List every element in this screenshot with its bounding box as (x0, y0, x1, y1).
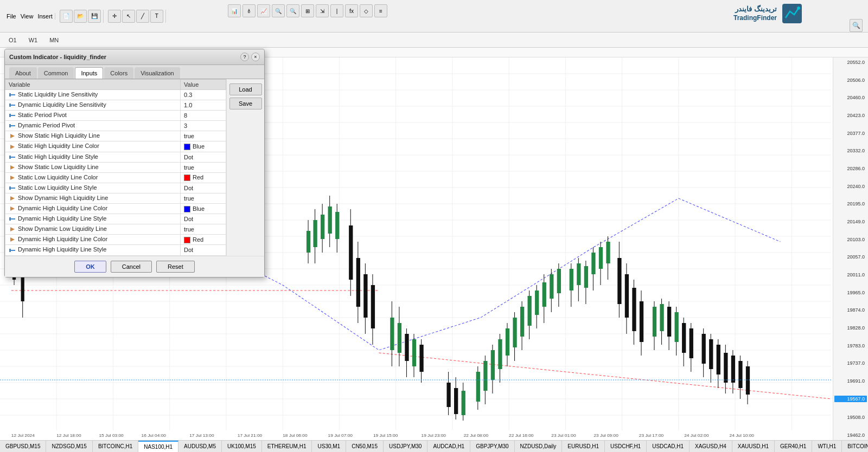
templates-btn[interactable]: ≡ (374, 4, 387, 17)
insert-menu[interactable]: Insert (37, 13, 53, 20)
row-variable-9: Static Low Liquidity Line Style (5, 183, 181, 193)
tab-ethereum[interactable]: ETHEREUM,H1 (262, 441, 312, 452)
tab-wti[interactable]: WTI,H1 (812, 441, 842, 452)
open-btn[interactable]: 📂 (74, 10, 87, 23)
table-row[interactable]: Dynamic High Liquidity Line StyleDot (5, 245, 226, 255)
tab-usdcad[interactable]: USDCAD,H1 (647, 441, 690, 452)
row-value-14[interactable]: Red (181, 235, 226, 245)
cursor-btn[interactable]: ↖ (122, 10, 135, 23)
period-sep-btn[interactable]: | (330, 4, 343, 17)
reset-btn[interactable]: Reset (156, 261, 195, 273)
tab-bitcoin2[interactable]: BITCOIN,H1 (842, 441, 868, 452)
file-menu[interactable]: File (7, 13, 16, 20)
table-row[interactable]: Show Dynamic High Liquidity Linetrue (5, 193, 226, 203)
row-value-2[interactable]: 8 (181, 111, 226, 121)
row-value-3[interactable]: 3 (181, 121, 226, 131)
tab-uk100[interactable]: UK100,M15 (222, 441, 262, 452)
dialog-close-btn[interactable]: × (251, 53, 260, 61)
tab-cn50[interactable]: CN50,M15 (346, 441, 384, 452)
table-row[interactable]: Static High Liquidity Line StyleDot (5, 152, 226, 162)
timeframe-w1[interactable]: W1 (24, 36, 42, 44)
table-row[interactable]: Dynamic High Liquidity Line ColorBlue (5, 204, 226, 214)
svg-rect-130 (675, 312, 679, 342)
row-value-9[interactable]: Dot (181, 183, 226, 193)
text-btn[interactable]: T (150, 10, 163, 23)
table-row[interactable]: Static Liquidity Line Sensitivity0.3 (5, 90, 226, 100)
table-row[interactable]: Show Static High Liquidity Linetrue (5, 131, 226, 141)
line-btn[interactable]: ╱ (136, 10, 149, 23)
tab-gbpjpy[interactable]: GBPJPY,M30 (470, 441, 514, 452)
row-value-13[interactable]: true (181, 224, 226, 235)
table-row[interactable]: Show Static Low Liquidity Linetrue (5, 162, 226, 172)
row-value-5[interactable]: Blue (181, 141, 226, 152)
row-value-8[interactable]: Red (181, 172, 226, 183)
tab-nzdusd[interactable]: NZDUSD,Daily (515, 441, 563, 452)
autoscale-btn[interactable]: ⇲ (316, 4, 329, 17)
timeframe-mn[interactable]: MN (45, 36, 63, 44)
dialog-body: Variable Value Static Liquidity Line Sen… (5, 79, 264, 256)
timeframe-o1[interactable]: O1 (4, 36, 21, 44)
table-row[interactable]: Dynamic High Liquidity Line StyleDot (5, 214, 226, 224)
table-row[interactable]: Static Low Liquidity Line ColorRed (5, 172, 226, 183)
row-value-15[interactable]: Dot (181, 245, 226, 255)
tab-usdjpy[interactable]: USDJPY,M30 (384, 441, 427, 452)
view-menu[interactable]: View (21, 13, 34, 20)
load-btn[interactable]: Load (229, 83, 262, 95)
table-row[interactable]: Dynamic Liquidity Line Sensitivity1.0 (5, 100, 226, 111)
table-row[interactable]: Show Dynamic Low Liquidity Linetrue (5, 224, 226, 235)
tab-eurusd[interactable]: EURUSD,H1 (562, 441, 605, 452)
crosshair-btn[interactable]: ✛ (108, 10, 121, 23)
cancel-btn[interactable]: Cancel (111, 261, 152, 273)
indicators-btn[interactable]: fx (345, 4, 358, 17)
table-row[interactable]: Static Period Pivot8 (5, 111, 226, 121)
zoom-in-btn[interactable]: 🔍 (286, 4, 299, 17)
row-variable-6: Static High Liquidity Line Style (5, 152, 181, 162)
new-chart-btn[interactable]: 📄 (60, 10, 73, 23)
row-icon-13 (9, 225, 18, 232)
tab-bitcoin[interactable]: BITCOINC,H1 (93, 441, 138, 452)
svg-text:24 Jul 10:00: 24 Jul 10:00 (730, 433, 755, 438)
price-19691: 19691.0 (834, 378, 867, 384)
table-row[interactable]: Dynamic High Liquidity Line ColorRed (5, 235, 226, 245)
svg-rect-178 (9, 156, 11, 159)
save-btn[interactable]: 💾 (88, 10, 101, 23)
tab-colors[interactable]: Colors (104, 67, 133, 79)
table-row[interactable]: Dynamic Period Pivot3 (5, 121, 226, 131)
table-row[interactable]: Static Low Liquidity Line StyleDot (5, 183, 226, 193)
objects-btn[interactable]: ◇ (360, 4, 373, 17)
row-value-10[interactable]: true (181, 193, 226, 203)
tab-common[interactable]: Common (38, 67, 74, 79)
row-value-0[interactable]: 0.3 (181, 90, 226, 100)
row-variable-12: Dynamic High Liquidity Line Style (5, 214, 181, 224)
bar-chart-btn[interactable]: 📊 (228, 4, 241, 17)
tab-usdchf[interactable]: USDCHF,H1 (605, 441, 647, 452)
tab-inputs[interactable]: Inputs (75, 67, 103, 79)
tab-nas100[interactable]: NAS100,H1 (138, 441, 178, 452)
tab-xagusd[interactable]: XAGUSD,H4 (690, 441, 732, 452)
tab-nzdsgd[interactable]: NZDSGD,M15 (46, 441, 92, 452)
save-btn-dialog[interactable]: Save (229, 98, 262, 109)
row-value-4[interactable]: true (181, 131, 226, 141)
tab-xauusd[interactable]: XAUUSD,H1 (732, 441, 775, 452)
tab-gbpusd[interactable]: GBPUSD,M15 (0, 441, 46, 452)
ok-btn[interactable]: OK (74, 261, 106, 273)
dialog-help-btn[interactable]: ? (240, 53, 249, 61)
tab-visualization[interactable]: Visualization (135, 67, 180, 79)
tab-ger40[interactable]: GER40,H1 (775, 441, 812, 452)
line-chart-btn[interactable]: 📈 (257, 4, 270, 17)
table-row[interactable]: Static High Liquidity Line ColorBlue (5, 141, 226, 152)
tab-about[interactable]: About (9, 67, 37, 79)
tab-audcad[interactable]: AUDCAD,H1 (427, 441, 470, 452)
candle-chart-btn[interactable]: 🕯 (242, 4, 256, 17)
grid-btn[interactable]: ⊞ (301, 4, 314, 17)
svg-text:24 Jul 02:00: 24 Jul 02:00 (684, 433, 709, 438)
tab-audusd[interactable]: AUDUSD,M5 (178, 441, 222, 452)
tab-us30[interactable]: US30,M1 (312, 441, 346, 452)
row-value-12[interactable]: Dot (181, 214, 226, 224)
row-value-1[interactable]: 1.0 (181, 100, 226, 111)
row-value-6[interactable]: Dot (181, 152, 226, 162)
row-value-7[interactable]: true (181, 162, 226, 172)
row-value-11[interactable]: Blue (181, 204, 226, 214)
search-right-btn[interactable]: 🔍 (850, 19, 863, 32)
zoom-out-btn[interactable]: 🔍 (272, 4, 285, 17)
